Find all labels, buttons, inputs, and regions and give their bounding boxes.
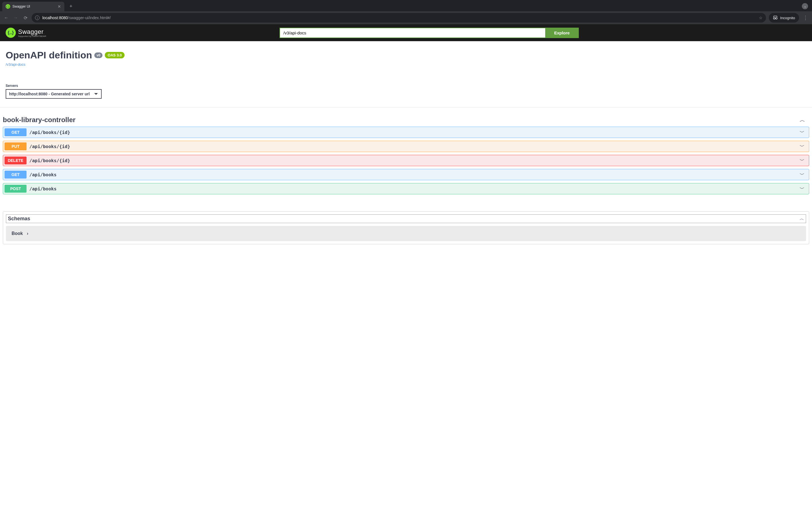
oas-badge: OAS 3.0 <box>105 52 125 58</box>
chevron-down-icon: ﹀ <box>800 157 808 164</box>
swagger-logo-subtext: Supported by SMARTBEAR <box>18 35 46 37</box>
servers-label: Servers <box>6 84 806 88</box>
tag-name: book-library-controller <box>3 116 75 124</box>
schemas-list: Book› <box>6 226 806 241</box>
api-docs-link[interactable]: /v3/api-docs <box>6 62 25 67</box>
incognito-indicator[interactable]: Incognito <box>769 13 799 22</box>
spec-url-input[interactable] <box>279 28 545 38</box>
site-info-icon[interactable]: i <box>35 15 40 20</box>
http-method-badge: DELETE <box>4 157 26 164</box>
svg-point-1 <box>775 17 777 19</box>
swagger-logo-icon: {..} <box>6 28 16 38</box>
browser-tab[interactable]: { } Swagger UI ✕ <box>2 2 64 11</box>
chevron-down-icon: ﹀ <box>800 171 808 178</box>
operation-path: /api/books <box>29 172 57 177</box>
operation-row[interactable]: PUT/api/books/{id}﹀ <box>3 141 809 152</box>
address-bar[interactable]: i localhost:8080/swagger-ui/index.html#/… <box>31 13 766 22</box>
browser-chrome: { } Swagger UI ✕ + ⌄ ← → ⟳ i localhost:8… <box>0 0 812 24</box>
tab-title: Swagger UI <box>12 4 30 8</box>
incognito-label: Incognito <box>780 16 795 20</box>
tab-list-dropdown-icon[interactable]: ⌄ <box>802 3 808 9</box>
operation-path: /api/books/{id} <box>29 130 70 135</box>
chevron-down-icon: ﹀ <box>800 129 808 136</box>
swagger-logo-text: Swagger <box>18 28 44 35</box>
explore-button[interactable]: Explore <box>545 28 579 38</box>
schema-item[interactable]: Book› <box>6 226 806 241</box>
schema-name: Book <box>12 231 23 236</box>
chevron-up-icon: ︿ <box>800 216 804 222</box>
operation-path: /api/books <box>29 186 57 191</box>
operation-row[interactable]: GET/api/books/{id}﹀ <box>3 126 809 138</box>
http-method-badge: POST <box>4 185 26 193</box>
operation-path: /api/books/{id} <box>29 144 70 149</box>
operations-section: book-library-controller ︿ GET/api/books/… <box>0 107 812 203</box>
api-title: OpenAPI definition <box>6 50 92 61</box>
swagger-topbar: {..} Swagger. Supported by SMARTBEAR Exp… <box>0 24 812 41</box>
chevron-down-icon: ﹀ <box>800 185 808 192</box>
server-select[interactable]: http://localhost:8080 - Generated server… <box>6 89 102 99</box>
forward-icon: → <box>12 15 19 20</box>
svg-point-0 <box>773 17 775 19</box>
tag-header[interactable]: book-library-controller ︿ <box>3 113 809 126</box>
http-method-badge: GET <box>4 171 26 178</box>
operations-list: GET/api/books/{id}﹀PUT/api/books/{id}﹀DE… <box>3 126 809 194</box>
back-icon[interactable]: ← <box>3 15 10 20</box>
chevron-up-icon: ︿ <box>800 116 809 124</box>
url-text: localhost:8080/swagger-ui/index.html#/ <box>42 15 111 20</box>
version-badge: v0 <box>94 53 103 58</box>
servers-section: Servers http://localhost:8080 - Generate… <box>6 84 806 107</box>
operation-path: /api/books/{id} <box>29 158 70 163</box>
bookmark-star-icon[interactable]: ☆ <box>759 15 763 20</box>
schemas-title: Schemas <box>8 216 30 222</box>
swagger-content: OpenAPI definition v0 OAS 3.0 /v3/api-do… <box>0 41 812 107</box>
browser-toolbar: ← → ⟳ i localhost:8080/swagger-ui/index.… <box>0 11 812 24</box>
reload-icon[interactable]: ⟳ <box>22 15 29 21</box>
tab-strip: { } Swagger UI ✕ + ⌄ <box>0 0 812 11</box>
incognito-icon <box>773 15 778 20</box>
schemas-section: Schemas ︿ Book› <box>3 211 809 244</box>
new-tab-button[interactable]: + <box>67 2 75 11</box>
chevron-down-icon: ﹀ <box>800 143 808 150</box>
http-method-badge: GET <box>4 128 26 136</box>
explore-form: Explore <box>279 28 579 38</box>
chevron-right-icon: › <box>27 231 28 236</box>
operation-row[interactable]: POST/api/books﹀ <box>3 183 809 194</box>
operation-row[interactable]: DELETE/api/books/{id}﹀ <box>3 155 809 166</box>
api-title-row: OpenAPI definition v0 OAS 3.0 <box>6 50 806 61</box>
operation-row[interactable]: GET/api/books﹀ <box>3 169 809 180</box>
http-method-badge: PUT <box>4 143 26 150</box>
swagger-favicon-icon: { } <box>6 4 10 9</box>
swagger-logo[interactable]: {..} Swagger. Supported by SMARTBEAR <box>6 28 46 38</box>
schemas-header[interactable]: Schemas ︿ <box>6 215 806 223</box>
close-tab-icon[interactable]: ✕ <box>58 4 61 9</box>
browser-menu-icon[interactable]: ⋮ <box>802 15 809 21</box>
